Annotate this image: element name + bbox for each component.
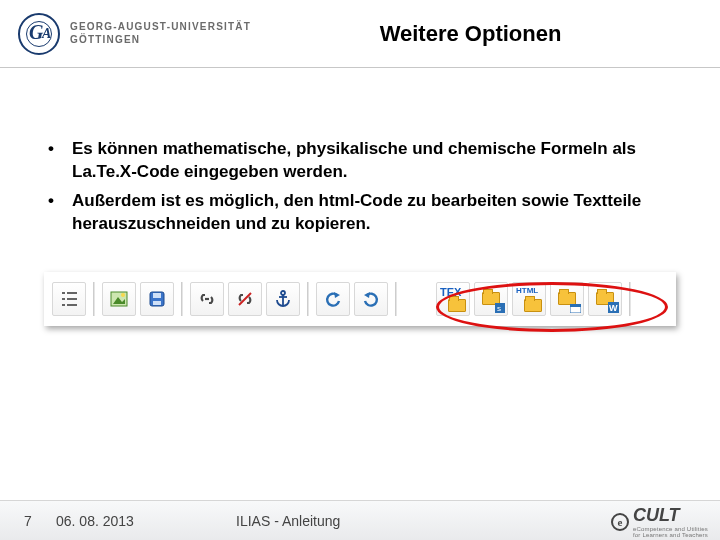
svg-point-14 <box>281 291 285 295</box>
script-folder-button[interactable]: s <box>474 282 508 316</box>
svg-text:W: W <box>609 303 618 313</box>
folder-icon <box>524 299 542 312</box>
disk-save-button[interactable] <box>140 282 174 316</box>
slide-body: Es können mathematische, physikalische u… <box>0 68 720 326</box>
bullet-item: Außerdem ist es möglich, den html-Code z… <box>44 190 676 236</box>
window-folder-button[interactable] <box>550 282 584 316</box>
slide-footer: 7 06. 08. 2013 ILIAS - Anleitung e CULT … <box>0 500 720 540</box>
unlink-button[interactable] <box>228 282 262 316</box>
footer-date: 06. 08. 2013 <box>56 513 236 529</box>
editor-toolbar-screenshot: TEX s HTML <box>44 272 676 326</box>
ecult-sub2: for Learners and Teachers <box>633 532 708 538</box>
html-label: HTML <box>516 286 538 295</box>
folder-icon <box>448 299 466 312</box>
toolbar-separator <box>181 282 183 316</box>
university-line1: GEORG-AUGUST-UNIVERSITÄT <box>70 21 251 34</box>
indent-list-button[interactable] <box>52 282 86 316</box>
svg-point-8 <box>121 293 125 297</box>
toolbar-separator <box>395 282 397 316</box>
svg-rect-11 <box>153 301 161 305</box>
html-button[interactable]: HTML <box>512 282 546 316</box>
ecult-brand: CULT <box>633 505 708 526</box>
svg-rect-22 <box>570 304 581 307</box>
university-name: GEORG-AUGUST-UNIVERSITÄT GÖTTINGEN <box>70 21 251 46</box>
toolbar-separator <box>629 282 631 316</box>
tex-button[interactable]: TEX <box>436 282 470 316</box>
redo-button[interactable] <box>354 282 388 316</box>
svg-marker-18 <box>364 292 370 298</box>
toolbar-separator <box>93 282 95 316</box>
bullet-list: Es können mathematische, physikalische u… <box>44 138 676 236</box>
link-button[interactable] <box>190 282 224 316</box>
page-title: Weitere Optionen <box>251 21 690 47</box>
svg-text:s: s <box>497 304 501 313</box>
university-seal-icon: GA <box>18 13 60 55</box>
word-folder-button[interactable]: W <box>588 282 622 316</box>
slide-header: GA GEORG-AUGUST-UNIVERSITÄT GÖTTINGEN We… <box>0 0 720 68</box>
anchor-button[interactable] <box>266 282 300 316</box>
university-line2: GÖTTINGEN <box>70 34 251 47</box>
ecult-e-icon: e <box>611 513 629 531</box>
university-logo: GA GEORG-AUGUST-UNIVERSITÄT GÖTTINGEN <box>0 13 251 55</box>
svg-rect-10 <box>153 293 161 298</box>
undo-button[interactable] <box>316 282 350 316</box>
svg-marker-17 <box>334 292 340 298</box>
toolbar-separator <box>307 282 309 316</box>
page-number: 7 <box>0 513 56 529</box>
bullet-item: Es können mathematische, physikalische u… <box>44 138 676 184</box>
ecult-logo: e CULT eCompetence and Utilities for Lea… <box>611 505 708 538</box>
insert-image-button[interactable] <box>102 282 136 316</box>
